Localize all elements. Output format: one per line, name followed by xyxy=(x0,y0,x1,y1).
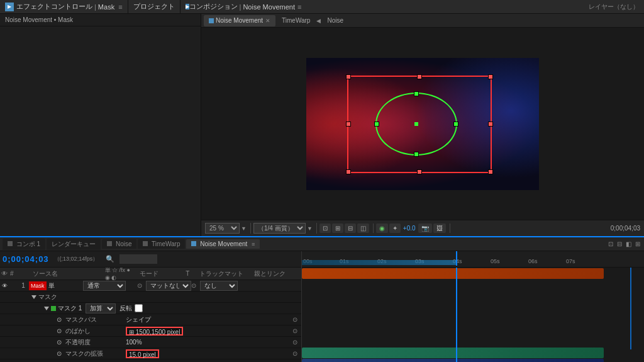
overlay-button[interactable]: ◫ xyxy=(357,223,369,233)
ruler-label-05: 05s xyxy=(491,258,500,264)
menu-icon-left[interactable]: ≡ xyxy=(118,3,122,11)
circle-handle-top[interactable] xyxy=(414,91,419,96)
comp-name-top: Noise Movement xyxy=(243,3,295,11)
mask1-color xyxy=(51,306,56,311)
maskpath-link-icon: ⊙ xyxy=(292,316,301,323)
handle-br[interactable] xyxy=(488,169,493,174)
tl-ruler: 00s 01s 02s 03s 04s 05s 06s 07s xyxy=(302,251,644,268)
effect-controls-content xyxy=(0,26,201,236)
col-icons-header: 👁 # xyxy=(0,270,30,277)
tl-tab-timewarp[interactable]: TimeWarp xyxy=(138,239,185,249)
zoom-select[interactable]: 25 % 50 % 100 % xyxy=(205,223,240,234)
resolution-select[interactable]: （1/4 画質） （1/2 画質） フル xyxy=(253,223,306,234)
main-area: Noise Movement • Mask Noise Movement ✕ T… xyxy=(0,14,644,236)
handle-rm[interactable] xyxy=(488,122,493,127)
row-eye-1[interactable]: 👁 xyxy=(0,282,9,289)
tl-controls-row: 0;00;04;03 （(;13;02;14fps） 🔍 xyxy=(0,251,301,268)
tl-tab-compo1[interactable]: コンポ 1 xyxy=(3,239,45,250)
expand-value[interactable]: 15.0 pixel xyxy=(126,349,159,358)
col-mode-header: モード xyxy=(137,269,186,278)
tl-tab-noise[interactable]: Noise xyxy=(102,239,136,249)
list-item[interactable]: ⊙ 不透明度 100% ⊙ xyxy=(0,337,301,348)
nm-dot xyxy=(191,241,196,246)
comp-tab-noise-movement[interactable]: Noise Movement ✕ xyxy=(204,15,275,26)
circle-handle-right[interactable] xyxy=(453,122,458,127)
roi-button[interactable]: ⊡ xyxy=(319,223,331,233)
timeline-tabs-row: コンポ 1 レンダーキュー Noise TimeWarp Noise Movem… xyxy=(0,237,644,251)
circle-center-handle[interactable] xyxy=(414,122,418,126)
compo1-dot xyxy=(8,241,13,246)
tl-icon-btn-4[interactable]: ⊞ xyxy=(634,240,641,247)
table-row[interactable]: 👁 1 Mask 単 通常 ⊙ マットなし ⊙ なし xyxy=(0,280,301,291)
tl-playhead-line[interactable] xyxy=(456,268,457,362)
color-buttons: ◉ ✦ +0.0 📷 🖼 xyxy=(376,223,450,233)
ruler-progress xyxy=(302,260,456,265)
tl-search-input[interactable] xyxy=(119,254,157,264)
feather-value[interactable]: ⊞ 1500,1500 pixel xyxy=(126,327,183,336)
safe-zones-button[interactable]: ⊟ xyxy=(345,223,356,233)
tl-icon-btn-3[interactable]: ◧ xyxy=(625,240,633,247)
handle-bl[interactable] xyxy=(346,169,351,174)
zoom-dropdown-icon[interactable]: ▼ xyxy=(241,225,247,232)
list-item[interactable]: ⊙ のばかし ⊞ 1500,1500 pixel ⊙ xyxy=(0,325,301,337)
tl-ruler-ticks: 00s 01s 02s 03s 04s 05s 06s 07s xyxy=(302,251,644,266)
comp-tab-noise[interactable]: Noise xyxy=(322,15,348,26)
resolution-dropdown-icon[interactable]: ▼ xyxy=(307,225,313,232)
row-track-select-1[interactable]: マットなし xyxy=(146,281,191,291)
col-icon-3: # xyxy=(10,270,14,277)
row-mode-select-1[interactable]: 通常 xyxy=(83,281,126,291)
color-correct-button[interactable]: ◉ xyxy=(376,223,388,233)
expand-link-icon: ⊙ xyxy=(292,350,301,357)
ruler-playhead[interactable] xyxy=(456,251,457,266)
handle-tm[interactable] xyxy=(417,74,422,79)
show-snapshot-button[interactable]: 🖼 xyxy=(433,223,446,233)
preview-canvas[interactable] xyxy=(306,58,539,190)
panel-icon-left: ▶ xyxy=(5,3,14,11)
tl-track-area xyxy=(302,268,644,362)
track-spacer-mask1 xyxy=(302,291,604,302)
list-item[interactable]: マスク xyxy=(0,291,301,303)
tl-icon-btn-2[interactable]: ⊟ xyxy=(616,240,623,247)
expand-clock-icon: ⊙ xyxy=(57,350,65,357)
feather-label: のばかし xyxy=(65,327,122,336)
circle-handle-bottom[interactable] xyxy=(414,152,419,157)
snapshot-button[interactable]: 📷 xyxy=(418,223,432,233)
tl-tab-nm-menu[interactable]: ≡ xyxy=(252,241,255,247)
list-item[interactable]: ⊙ マスクの拡張 15.0 pixel ⊙ xyxy=(0,348,301,359)
handle-tl[interactable] xyxy=(346,74,351,79)
handle-tr[interactable] xyxy=(488,74,493,79)
circle-handle-left[interactable] xyxy=(374,122,379,127)
comp-tab-timewarp[interactable]: TimeWarp xyxy=(277,15,315,26)
mask1-mode-select[interactable]: 加算 xyxy=(86,303,116,314)
composition-panel: Noise Movement ✕ TimeWarp ◀ Noise xyxy=(201,14,644,236)
list-item[interactable]: マスク 1 加算 反転 xyxy=(0,303,301,314)
maskpath-label: マスクパス xyxy=(65,315,122,324)
menu-icon-right[interactable]: ≡ xyxy=(297,3,301,11)
preview-controls: 25 % 50 % 100 % ▼ （1/4 画質） （1/2 画質） フル ▼… xyxy=(201,220,644,236)
list-item[interactable]: トランスフォーム リセット xyxy=(0,359,301,362)
effect-controls-source: Noise Movement • Mask xyxy=(0,14,201,26)
project-header-bar: プロジェクト xyxy=(128,0,180,13)
right-panel-header-bar: ▶ コンポジション | Noise Movement ≡ レイヤー（なし） xyxy=(180,2,644,11)
track-time-marker-1 xyxy=(630,268,631,349)
col-switches-header: 単 ☆ /fx ● ◉ ◐ xyxy=(104,266,137,281)
row-parent-select-1[interactable]: なし xyxy=(200,281,238,291)
handle-lm[interactable] xyxy=(346,122,351,127)
opacity-value: 100% xyxy=(126,339,142,346)
tw-dot xyxy=(143,241,148,246)
current-timecode[interactable]: 0;00;04;03 xyxy=(3,254,49,264)
grid-button[interactable]: ⊞ xyxy=(332,223,343,233)
row-switches-1: 単 xyxy=(48,281,83,290)
exposure-button[interactable]: ✦ xyxy=(389,223,401,233)
mask1-invert-check[interactable] xyxy=(135,304,143,312)
top-bar: ▶ エフェクトコントロール | Mask ≡ プロジェクト ▶ コンポジション … xyxy=(0,0,644,14)
preview-area xyxy=(201,28,644,220)
tl-tab-renderqueue[interactable]: レンダーキュー xyxy=(47,239,101,250)
mask-circle[interactable] xyxy=(375,93,457,156)
tab-close-noise-movement[interactable]: ✕ xyxy=(265,18,270,24)
left-panel-header-bar: ▶ エフェクトコントロール | Mask ≡ xyxy=(0,0,128,13)
tl-icon-btn-1[interactable]: ⊡ xyxy=(607,240,614,247)
tl-tab-noise-movement[interactable]: Noise Movement ≡ xyxy=(186,239,260,249)
handle-bm[interactable] xyxy=(417,169,422,174)
list-item[interactable]: ⊙ マスクパス シェイプ ⊙ xyxy=(0,314,301,325)
